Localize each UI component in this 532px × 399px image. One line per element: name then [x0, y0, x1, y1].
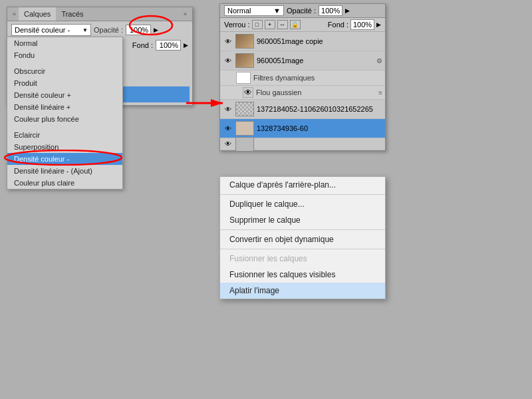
context-sep-3 — [220, 249, 385, 249]
context-item-aplatir[interactable]: Aplatir l'image — [220, 283, 385, 299]
sublayer-name-filtres: Filtres dynamiques — [253, 74, 315, 82]
eye-icon-flou[interactable]: 👁 — [243, 87, 253, 98]
layer-thumb-base — [235, 53, 254, 68]
layer-thumb-3 — [235, 102, 254, 116]
right-layer-item-copie[interactable]: 👁 9600051mage copie — [220, 32, 385, 51]
eye-icon-5[interactable]: 👁 — [223, 139, 233, 150]
panel-collapse-left[interactable]: « — [10, 9, 19, 19]
right-layer-item-3[interactable]: 👁 1372184052-110626010321652265 — [220, 100, 385, 119]
opacity-input[interactable] — [126, 25, 151, 35]
lock-btn-2[interactable]: + — [265, 20, 275, 29]
blend-dropdown-menu: Normal Fondu Obscurcir Produit Densité c… — [7, 37, 123, 190]
right-sublayer-flou[interactable]: 👁 Flou gaussien ≡ — [220, 86, 385, 100]
right-blend-arrow: ▼ — [273, 7, 281, 15]
dropdown-item-normal[interactable]: Normal — [7, 37, 122, 49]
right-layer-name-4: 1328734936-60 — [257, 124, 382, 132]
right-layer-item-5[interactable]: 👁 — [220, 138, 385, 150]
layer-thumb-4 — [235, 121, 254, 136]
right-fill-label: Fond : — [328, 21, 348, 29]
tab-traces[interactable]: Tracés — [56, 7, 88, 21]
right-opacity-input[interactable] — [319, 5, 342, 16]
eye-icon-base[interactable]: 👁 — [223, 55, 233, 66]
lock-btn-3[interactable]: ↔ — [277, 20, 288, 29]
opacity-arrow[interactable]: ▶ — [154, 27, 158, 33]
right-fill-arrow[interactable]: ▶ — [376, 21, 381, 28]
context-item-fusionner: Fusionner les calques — [220, 251, 385, 267]
right-lock-row: Verrou : □ + ↔ 🔒 Fond : ▶ — [220, 18, 385, 32]
context-item-dupliquer[interactable]: Dupliquer le calque... — [220, 196, 385, 212]
right-opacity-arrow[interactable]: ▶ — [345, 7, 350, 14]
right-sublayer-filtres[interactable]: Filtres dynamiques — [220, 70, 385, 86]
dropdown-item-plus-foncee[interactable]: Couleur plus foncée — [7, 113, 122, 125]
sublayer-settings-icon: ≡ — [378, 89, 382, 96]
right-layer-list: 👁 9600051mage copie 👁 9600051mage ⚙ Filt… — [220, 32, 385, 150]
lock-btn-4[interactable]: 🔒 — [290, 20, 301, 29]
dropdown-item-obscurcir[interactable]: Obscurcir — [7, 65, 122, 77]
context-item-fusionner-visibles[interactable]: Fusionner les calques visibles — [220, 267, 385, 283]
context-sep-2 — [220, 229, 385, 230]
right-layer-item-4[interactable]: 👁 1328734936-60 — [220, 119, 385, 138]
filter-thumb-filtres — [236, 72, 251, 84]
right-layer-name-copie: 9600051mage copie — [257, 37, 382, 45]
right-fill-input[interactable] — [350, 19, 374, 30]
context-item-supprimer[interactable]: Supprimer le calque — [220, 212, 385, 228]
context-menu: Calque d'après l'arrière-plan... Dupliqu… — [219, 176, 386, 299]
dropdown-item-produit[interactable]: Produit — [7, 77, 122, 89]
opacity-label: Opacité : — [94, 26, 123, 34]
context-item-convertir[interactable]: Convertir en objet dynamique — [220, 231, 385, 247]
fill-arrow[interactable]: ▶ — [184, 42, 188, 49]
eye-icon-4[interactable]: 👁 — [223, 123, 233, 134]
dropdown-item-densite-moins[interactable]: Densité couleur - — [7, 153, 122, 165]
context-sep-1 — [220, 194, 385, 195]
lock-btn-1[interactable]: □ — [252, 20, 263, 29]
fill-label: Fond : — [132, 41, 153, 49]
blend-mode-select[interactable]: Densité couleur - ▼ — [11, 24, 91, 36]
tab-calques[interactable]: Calques — [19, 7, 56, 21]
right-layer-item-base[interactable]: 👁 9600051mage ⚙ — [220, 51, 385, 70]
dropdown-item-lineaire-ajout[interactable]: Densité linéaire - (Ajout) — [7, 165, 122, 177]
panel-tabs: « Calques Tracés » — [7, 7, 192, 21]
dropdown-item-lineaire-plus[interactable]: Densité linéaire + — [7, 101, 122, 113]
dropdown-item-densite-plus[interactable]: Densité couleur + — [7, 89, 122, 101]
right-blend-select[interactable]: Normal ▼ — [224, 5, 284, 16]
right-panel-topbar: Normal ▼ Opacité : ▶ — [220, 4, 385, 18]
layer-link-icon: ⚙ — [376, 57, 382, 65]
eye-icon-copie[interactable]: 👁 — [223, 36, 233, 47]
right-lock-label: Verrou : — [224, 21, 250, 29]
right-layer-name-3: 1372184052-110626010321652265 — [257, 105, 382, 113]
dropdown-item-superposition[interactable]: Superposition — [7, 141, 122, 153]
sublayer-name-flou: Flou gaussien — [256, 88, 302, 96]
dropdown-item-eclaircir[interactable]: Eclaircir — [7, 129, 122, 141]
right-opacity-label: Opacité : — [287, 7, 316, 15]
right-layer-name-base: 9600051mage — [257, 57, 375, 65]
layer-thumb-copie — [235, 34, 254, 49]
right-layers-panel: Normal ▼ Opacité : ▶ Verrou : □ + ↔ 🔒 Fo… — [219, 3, 386, 151]
blend-mode-arrow: ▼ — [82, 27, 88, 33]
context-item-arriere-plan[interactable]: Calque d'après l'arrière-plan... — [220, 177, 385, 193]
fill-input[interactable] — [156, 40, 181, 51]
dropdown-item-fondu[interactable]: Fondu — [7, 49, 122, 61]
layer-thumb-5 — [235, 137, 254, 152]
eye-icon-3[interactable]: 👁 — [223, 104, 233, 114]
dropdown-item-plus-claire[interactable]: Couleur plus claire — [7, 177, 122, 189]
blend-mode-value: Densité couleur - — [15, 26, 70, 34]
panel-expand-right[interactable]: » — [181, 9, 190, 19]
right-blend-value: Normal — [227, 7, 251, 15]
